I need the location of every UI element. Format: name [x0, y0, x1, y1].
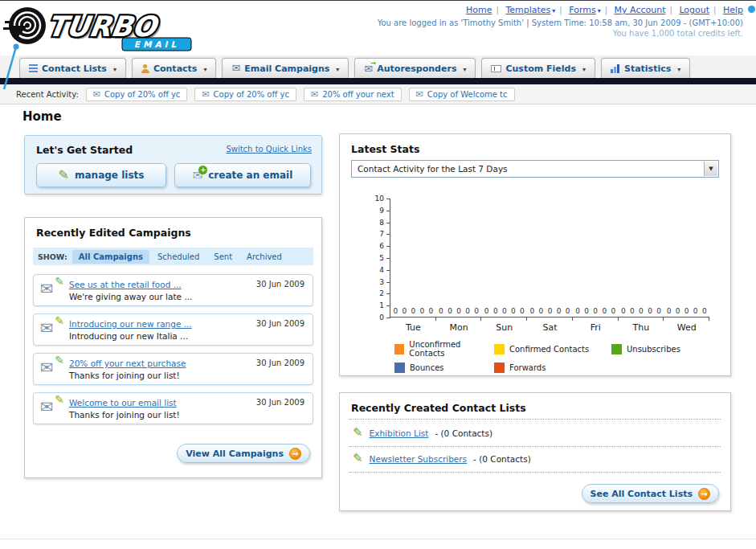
campaign-link[interactable]: See us at the retail food ...	[69, 280, 182, 289]
autoresponders-icon	[364, 64, 373, 74]
contact-lists-icon	[29, 64, 38, 72]
value-labels: 00000	[393, 307, 433, 315]
stats-title: Latest Stats	[351, 143, 419, 155]
y-axis-tick	[386, 270, 390, 271]
value-labels: 00000	[667, 307, 707, 315]
value-label: 0	[557, 307, 562, 315]
nav-link-my-account[interactable]: My Account	[615, 5, 666, 15]
tab-contacts[interactable]: Contacts	[132, 58, 216, 78]
tab-statistics[interactable]: Statistics	[601, 58, 690, 78]
switch-quick-links[interactable]: Switch to Quick Links	[226, 145, 312, 154]
utility-nav: Home Templates Forms My Account Logout H…	[466, 5, 743, 15]
filter-all-campaigns[interactable]: All Campaigns	[72, 250, 149, 264]
value-label: 0	[393, 307, 398, 315]
dropdown-arrow-icon	[704, 162, 717, 176]
footer-divider	[0, 539, 756, 539]
nav-link-help[interactable]: Help	[723, 5, 743, 15]
value-labels: 00000	[530, 307, 570, 315]
value-labels: 00000	[621, 307, 661, 315]
tab-custom-fields[interactable]: Custom Fields	[481, 58, 595, 78]
y-axis-tick	[386, 246, 390, 247]
value-label: 0	[484, 307, 489, 315]
nav-link-forms[interactable]: Forms	[569, 5, 595, 15]
campaign-date: 30 Jun 2009	[256, 280, 304, 289]
y-axis-tick-label: 3	[368, 278, 384, 286]
value-label: 0	[676, 307, 680, 315]
filter-archived[interactable]: Archived	[240, 250, 288, 264]
chart-day-group: 00000Mon	[436, 199, 482, 317]
campaign-row: See us at the retail food ... We're givi…	[33, 274, 313, 306]
legend-label: Bounces	[410, 363, 444, 372]
y-axis-tick-label: 4	[368, 266, 384, 274]
page-title: Home	[22, 109, 62, 124]
arrow-right-icon	[698, 488, 710, 500]
value-label: 0	[630, 307, 635, 315]
envelope-pencil-icon	[40, 320, 63, 339]
contact-list-link[interactable]: Exhibition List	[370, 428, 429, 438]
campaign-link[interactable]: 20% off your next purchase	[69, 358, 186, 368]
chevron-down-icon	[333, 64, 339, 74]
nav-link-logout[interactable]: Logout	[679, 5, 709, 15]
legend-item: Bounces	[394, 363, 494, 373]
x-axis-day-label: Sat	[527, 322, 573, 333]
legend-swatch	[394, 363, 405, 373]
value-label: 0	[402, 307, 407, 315]
manage-lists-button[interactable]: manage lists	[36, 163, 166, 187]
recent-activity-item[interactable]: 20% off your next	[304, 88, 402, 101]
button-label: See All Contact Lists	[590, 489, 693, 499]
arrow-right-icon	[289, 448, 301, 460]
recent-activity-label: Recent Activity:	[16, 90, 79, 99]
campaign-row: Introducing our new range ... Introducin…	[33, 313, 313, 346]
campaign-row: Welcome to our email list Thanks for joi…	[33, 392, 313, 424]
y-axis-tick-label: 2	[368, 289, 384, 297]
filter-scheduled[interactable]: Scheduled	[151, 250, 206, 264]
y-axis-tick	[386, 211, 390, 211]
nav-link-home[interactable]: Home	[466, 5, 492, 15]
contact-list-item: Newsletter Subscribers - (0 Contacts)	[353, 453, 531, 465]
chevron-down-icon	[675, 64, 680, 74]
value-label: 0	[411, 307, 415, 315]
legend-swatch	[494, 363, 505, 373]
recent-activity-item[interactable]: Copy of 20% off yc	[86, 88, 188, 101]
tab-email-campaigns[interactable]: Email Campaigns	[222, 58, 349, 78]
legend-swatch	[494, 344, 505, 354]
filter-sent[interactable]: Sent	[207, 250, 239, 264]
chevron-down-icon	[460, 64, 466, 74]
y-axis-tick-label: 5	[368, 254, 384, 262]
envelope-pencil-icon	[40, 281, 63, 300]
contacts-icon	[141, 64, 149, 73]
separator	[666, 5, 676, 15]
y-axis-tick	[386, 318, 390, 318]
tab-contact-lists[interactable]: Contact Lists	[19, 58, 126, 78]
statistics-icon	[611, 64, 620, 73]
recent-activity-item[interactable]: Copy of 20% off yc	[194, 88, 296, 101]
main-content: Home Let's Get Started Switch to Quick L…	[0, 104, 756, 549]
campaign-link[interactable]: Introducing our new range ...	[69, 319, 192, 329]
legend-item: Unsubscribes	[611, 340, 680, 358]
credits-info: You have 1,000 total credits left.	[613, 29, 743, 38]
logo-antenna-decoration	[0, 41, 24, 92]
chevron-down-icon	[580, 64, 586, 74]
see-all-contact-lists-button[interactable]: See All Contact Lists	[582, 484, 719, 503]
campaign-date: 30 Jun 2009	[256, 398, 304, 407]
get-started-panel: Let's Get Started Switch to Quick Links …	[24, 135, 322, 195]
tab-autoresponders[interactable]: Autoresponders	[354, 58, 476, 78]
contact-list-link[interactable]: Newsletter Subscribers	[370, 454, 467, 464]
stats-period-dropdown[interactable]: Contact Activity for the Last 7 Days	[351, 160, 719, 178]
y-axis-tick	[386, 223, 390, 223]
value-label: 0	[656, 307, 661, 315]
nav-link-templates[interactable]: Templates	[505, 5, 550, 15]
value-label: 0	[593, 307, 598, 315]
turbo-email-logo: TURBO TURBO EMAIL	[3, 3, 214, 56]
recent-activity-item[interactable]: Copy of Welcome tc	[409, 88, 515, 101]
campaign-link[interactable]: Welcome to our email list	[69, 398, 177, 408]
legend-label: Unconfirmed Contacts	[409, 340, 494, 358]
chart-day-group: 00000Sat	[527, 199, 573, 317]
value-label: 0	[584, 307, 589, 315]
button-label: View All Campaigns	[186, 449, 284, 459]
view-all-campaigns-button[interactable]: View All Campaigns	[177, 444, 310, 463]
create-email-button[interactable]: create an email	[174, 163, 311, 187]
value-label: 0	[648, 307, 652, 315]
separator	[709, 5, 720, 15]
main-navigation: Contact Lists Contacts Email Campaigns A…	[0, 55, 756, 78]
